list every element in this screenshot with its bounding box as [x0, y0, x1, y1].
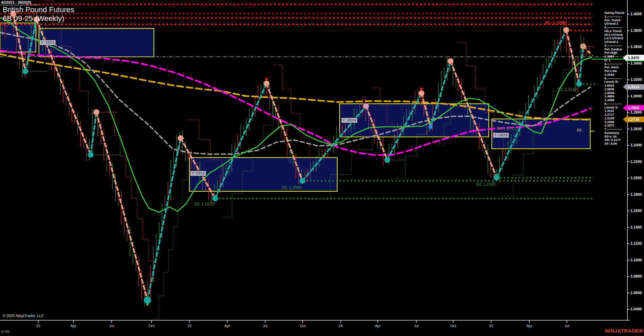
swing-low-dot — [576, 81, 582, 87]
year-box-label: Y:2023 — [190, 171, 206, 176]
swing-low-dot — [299, 178, 305, 184]
price-axis-label: 1.1000 — [630, 258, 642, 262]
year-box-label: Y:2022 — [40, 40, 56, 45]
price-axis-label: 1.1600 — [630, 209, 642, 213]
price-axis-label: 1.4000 — [630, 12, 642, 16]
swing-high-dot — [447, 58, 454, 64]
trailing-stop-steps — [103, 94, 154, 282]
swing-high-dot — [418, 90, 424, 96]
price-tag-ma-orange: 1.2716 — [623, 117, 644, 122]
time-axis-label: Apr — [526, 324, 532, 328]
swing-low-dot — [144, 296, 151, 304]
year-range-box — [39, 28, 154, 57]
swing-high-dot — [363, 103, 369, 109]
support-level-label: S4: 1.2066 — [282, 185, 301, 190]
f0-label: F0 — [577, 128, 581, 132]
chart-canvas[interactable] — [0, 0, 644, 336]
swing-high-dot — [563, 27, 569, 33]
entry-marker-icon — [582, 45, 584, 47]
entry-marker-icon — [146, 303, 148, 305]
panel-line: Summary — [604, 131, 628, 135]
time-axis-label: Jul — [109, 324, 114, 328]
swing-low-dot — [384, 157, 390, 163]
chart-subtitle: 6B 09-25 (Weekly) — [3, 14, 64, 23]
time-axis-label: Oct — [450, 324, 456, 328]
ninjatrader-chart-window: 42/2021 - 36/2025 R2: 1.3970 British Pou… — [0, 0, 644, 336]
price-axis-label: 1.3000 — [630, 94, 642, 98]
price-axis-label: 1.2200 — [630, 160, 642, 164]
swing-high-dot — [93, 109, 99, 115]
year-range-box — [189, 158, 337, 191]
swing-pivots-info-panel: Swing Pivots1.--------------Pvt. Trend:U… — [604, 11, 628, 146]
panel-line: AF: 8.00 — [604, 142, 628, 146]
support-level-label: S2: 1.2717 — [497, 126, 516, 131]
price-tag-pivot-gray: 1.3113 — [623, 84, 644, 90]
time-axis-label: 25 — [489, 324, 493, 328]
time-axis-label: Apr — [224, 324, 230, 328]
support-level-label: S1: 1.3147 — [557, 87, 577, 92]
price-tag-last-price: 1.3470 — [623, 55, 644, 61]
time-axis-label: 24 — [339, 324, 343, 328]
r1-level-label: R1: 1.3796 — [545, 21, 565, 25]
time-axis-label: Jul — [263, 324, 268, 328]
instrument-tag: W 6B — [1, 330, 9, 334]
ninjatrader-logo: NINJATRADER — [605, 328, 643, 334]
trailing-stop-steps — [273, 65, 309, 162]
time-axis-label: 23 — [187, 324, 191, 328]
panel-line: 1.-------------- — [604, 15, 628, 19]
copyright-text: © 2025 NinjaTrader, LLC — [3, 314, 44, 318]
swing-low-dot — [22, 68, 28, 74]
year-box-label: Y:2024 — [341, 118, 358, 123]
price-axis-label: 1.3400 — [630, 61, 642, 65]
swing-low-dot — [212, 195, 218, 201]
price-axis-label: 1.2000 — [630, 176, 642, 180]
zigzag-up-leg — [147, 138, 181, 300]
year-box-label: Y:2025 — [493, 133, 509, 138]
zigzag-up-leg — [497, 30, 566, 177]
panel-line: HiLo Trend: — [604, 29, 628, 33]
zigzag-down-leg — [96, 112, 147, 300]
zigzag-up-leg — [91, 112, 96, 155]
swing-low-dot — [88, 152, 94, 158]
swing-high-dot — [178, 135, 184, 141]
time-axis-label: Oct — [148, 324, 154, 328]
price-tag-ma-magenta: 1.2858 — [623, 105, 644, 111]
price-axis-label: 1.1400 — [630, 225, 642, 229]
price-axis-label: 1.2400 — [630, 143, 642, 147]
swing-high-dot — [263, 80, 270, 87]
panel-line: 6.-------------- — [604, 102, 628, 106]
price-axis-label: 1.3800 — [630, 28, 642, 32]
price-axis-label: 1.2800 — [630, 110, 642, 114]
price-axis-label: 1.0600 — [630, 291, 642, 295]
swing-low-dot — [429, 125, 433, 129]
price-axis-label: 1.0400 — [630, 307, 642, 311]
ma-orange-dashed — [0, 54, 590, 120]
price-axis-label: 1.1800 — [630, 192, 642, 196]
time-axis-label: Jul — [565, 324, 569, 328]
chart-title: British Pound Futures — [3, 5, 74, 14]
price-axis-label: 1.1200 — [630, 241, 642, 245]
price-axis-label: 1.3200 — [630, 77, 642, 81]
price-axis-label: 1.2600 — [630, 127, 642, 131]
time-axis-label: Apr — [70, 324, 76, 328]
support-level-label: S3: 1.2100 — [476, 182, 496, 187]
panel-line: 1.3163 — [604, 73, 628, 77]
swing-low-dot — [493, 174, 500, 181]
time-axis-label: 22 — [36, 324, 40, 328]
time-axis-label: Apr — [375, 324, 381, 328]
price-axis-label: 1.0800 — [630, 274, 642, 278]
price-axis-label: 1.3600 — [630, 45, 642, 49]
time-axis-label: Jul — [414, 324, 419, 328]
support-level-label: S5: 1.1872 — [194, 202, 214, 207]
time-axis-label: Oct — [300, 324, 305, 328]
panel-line: 3.-------------- — [604, 44, 628, 48]
